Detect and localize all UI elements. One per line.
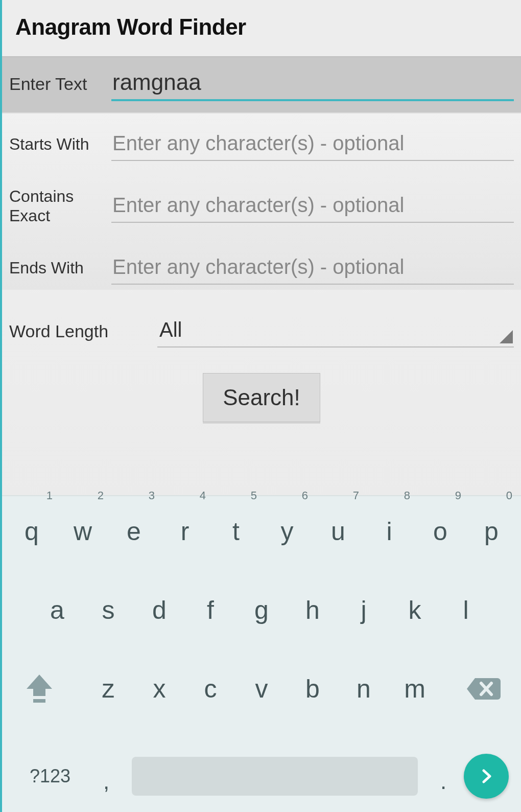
shift-icon — [25, 672, 54, 705]
starts-with-label: Starts With — [9, 134, 111, 154]
key-b[interactable]: b — [291, 661, 335, 717]
ends-with-label: Ends With — [9, 258, 111, 277]
key-p[interactable]: p0 — [469, 503, 513, 560]
enter-text-label: Enter Text — [9, 74, 111, 94]
enter-text-input[interactable] — [111, 66, 514, 101]
key-q[interactable]: q1 — [10, 503, 54, 560]
key-y[interactable]: y6 — [265, 503, 309, 560]
key-o[interactable]: o9 — [418, 503, 462, 560]
contains-exact-label: Contains Exact — [9, 187, 111, 226]
ends-with-row: Ends With — [9, 251, 514, 285]
word-length-row: Word Length All — [2, 290, 521, 358]
backspace-icon — [466, 676, 502, 702]
key-e[interactable]: e3 — [112, 503, 156, 560]
contains-exact-row: Contains Exact — [9, 187, 514, 226]
ends-with-input[interactable] — [111, 251, 514, 285]
key-i[interactable]: i8 — [367, 503, 411, 560]
contains-exact-input[interactable] — [111, 190, 514, 223]
key-m[interactable]: m — [393, 661, 437, 717]
key-v[interactable]: v — [240, 661, 283, 717]
key-y-number: 6 — [302, 489, 308, 502]
key-k[interactable]: k — [393, 582, 437, 638]
symbols-key[interactable]: ?123 — [14, 765, 86, 787]
search-button-wrap: Search! — [2, 358, 521, 443]
app-title-bar: Anagram Word Finder — [2, 0, 521, 56]
key-u-number: 7 — [353, 489, 359, 502]
starts-with-input[interactable] — [111, 128, 514, 161]
key-j[interactable]: j — [342, 582, 386, 638]
key-l[interactable]: l — [444, 582, 488, 638]
period-key[interactable]: . — [428, 758, 459, 794]
keyboard-row-bottom: ?123 , . — [7, 739, 516, 805]
key-o-number: 9 — [455, 489, 461, 502]
key-s[interactable]: s — [86, 582, 130, 638]
key-t-number: 5 — [251, 489, 257, 502]
space-key[interactable] — [132, 757, 418, 796]
key-r[interactable]: r4 — [163, 503, 207, 560]
key-u[interactable]: u7 — [316, 503, 360, 560]
word-length-value: All — [159, 318, 182, 341]
comma-key[interactable]: , — [91, 758, 122, 794]
word-length-label: Word Length — [9, 321, 157, 341]
filters-section: Starts With Contains Exact Ends With — [2, 113, 521, 290]
keyboard-row-3: zxcvbnm — [7, 661, 516, 717]
key-p-number: 0 — [506, 489, 512, 502]
key-i-number: 8 — [404, 489, 410, 502]
svg-rect-0 — [33, 699, 45, 703]
app-title: Anagram Word Finder — [15, 14, 508, 40]
keyboard-row-1: q1w2e3r4t5y6u7i8o9p0 — [7, 503, 516, 560]
enter-key[interactable] — [464, 754, 509, 799]
keyboard-row-2: asdfghjkl — [7, 582, 516, 638]
backspace-key[interactable] — [456, 661, 512, 717]
soft-keyboard: q1w2e3r4t5y6u7i8o9p0 asdfghjkl zxcvbnm ?… — [2, 495, 521, 812]
key-r-number: 4 — [200, 489, 206, 502]
key-e-number: 3 — [149, 489, 155, 502]
enter-text-row: Enter Text — [2, 56, 521, 113]
key-w[interactable]: w2 — [61, 503, 105, 560]
key-w-number: 2 — [98, 489, 104, 502]
key-g[interactable]: g — [240, 582, 283, 638]
key-q-number: 1 — [46, 489, 53, 502]
key-c[interactable]: c — [188, 661, 232, 717]
chevron-right-icon — [478, 768, 495, 785]
key-n[interactable]: n — [342, 661, 386, 717]
starts-with-row: Starts With — [9, 128, 514, 161]
shift-key[interactable] — [11, 661, 67, 717]
key-f[interactable]: f — [188, 582, 232, 638]
key-z[interactable]: z — [86, 661, 130, 717]
key-x[interactable]: x — [137, 661, 181, 717]
key-a[interactable]: a — [35, 582, 79, 638]
key-d[interactable]: d — [137, 582, 181, 638]
search-button[interactable]: Search! — [203, 373, 320, 422]
word-length-spinner[interactable]: All — [157, 315, 514, 347]
key-t[interactable]: t5 — [214, 503, 258, 560]
keyboard-row-3-letters: zxcvbnm — [86, 661, 437, 717]
key-h[interactable]: h — [291, 582, 335, 638]
dropdown-icon — [500, 330, 513, 343]
